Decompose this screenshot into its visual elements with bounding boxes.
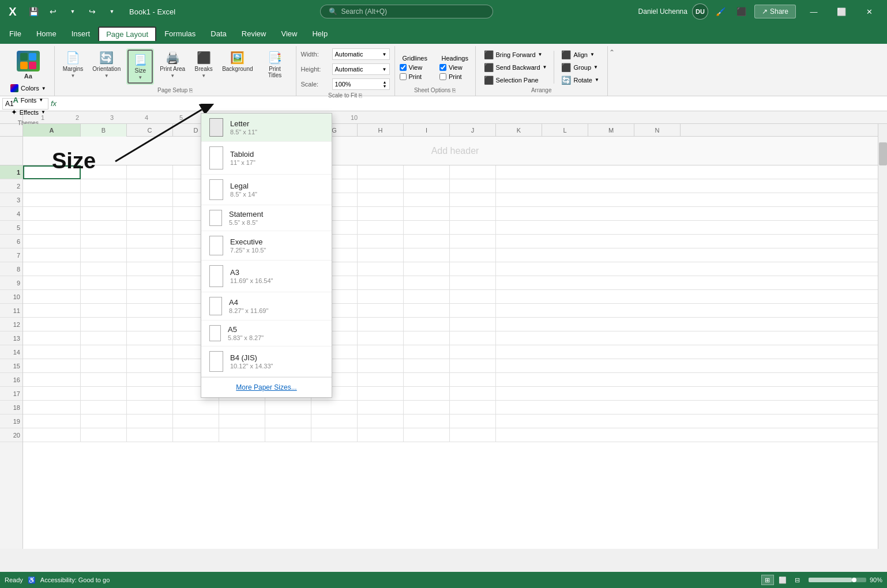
page-setup-expand-icon[interactable]: ⎘ (189, 87, 193, 93)
margins-button[interactable]: 📄 Margins ▼ (59, 48, 87, 81)
save-icon[interactable]: 💾 (25, 3, 42, 20)
cell-b1[interactable] (81, 165, 127, 179)
paper-icon-tabloid (209, 146, 223, 169)
bring-forward-button[interactable]: ⬛ Bring Forward ▼ (480, 49, 551, 61)
user-avatar[interactable]: DU (692, 3, 708, 20)
col-header-J[interactable]: J (450, 124, 496, 137)
row-num-15: 15 (0, 359, 22, 373)
selection-pane-button[interactable]: ⬛ Selection Pane (480, 74, 551, 86)
fullscreen-icon[interactable]: ⬛ (734, 3, 750, 20)
paper-item-legal[interactable]: Legal 8.5" x 14" (201, 175, 332, 205)
excel-icon[interactable]: X (5, 3, 21, 20)
menu-file[interactable]: File (2, 27, 28, 40)
restore-button[interactable]: ⬜ (828, 2, 855, 21)
paper-item-executive[interactable]: Executive 7.25" x 10.5" (201, 231, 332, 261)
cell-c1[interactable] (127, 165, 173, 179)
menu-help[interactable]: Help (305, 27, 334, 40)
size-dropdown-icon: ▼ (138, 75, 142, 80)
themes-button[interactable]: Aa (14, 48, 42, 82)
share-button[interactable]: ↗ Share (754, 5, 796, 18)
page-break-view-icon[interactable]: ⊟ (791, 575, 804, 585)
scale-expand-icon[interactable]: ⎘ (359, 92, 362, 99)
col-header-H[interactable]: H (358, 124, 404, 137)
cell-j1[interactable] (450, 165, 496, 179)
cell-i1[interactable] (404, 165, 450, 179)
col-header-I[interactable]: I (404, 124, 450, 137)
search-placeholder: Search (Alt+Q) (341, 7, 387, 16)
zoom-level[interactable]: 90% (870, 576, 882, 583)
align-button[interactable]: ⬛ Align ▼ (558, 49, 602, 61)
undo-icon[interactable]: ↩ (45, 3, 61, 20)
effects-button[interactable]: ✦ Effects ▼ (9, 107, 48, 118)
paint-icon[interactable]: 🖌️ (713, 3, 729, 20)
print-area-button[interactable]: 🖨️ Print Area ▼ (156, 48, 189, 81)
paper-item-statement[interactable]: Statement 5.5" x 8.5" (201, 205, 332, 231)
col-header-A[interactable]: A (23, 124, 81, 137)
table-row (23, 359, 887, 373)
scrollbar-thumb[interactable] (879, 142, 887, 165)
gridlines-print-checkbox[interactable] (400, 73, 407, 80)
more-sizes-link[interactable]: More Paper Sizes... (201, 377, 332, 397)
background-button[interactable]: 🖼️ Background (219, 48, 256, 74)
zoom-slider[interactable] (809, 578, 866, 582)
row-num-19: 19 (0, 414, 22, 428)
headings-print-checkbox[interactable] (439, 73, 446, 80)
col-header-N[interactable]: N (634, 124, 681, 137)
cell-h1[interactable] (358, 165, 404, 179)
formula-input[interactable] (59, 100, 885, 108)
col-header-C[interactable]: C (127, 124, 173, 137)
ribbon-collapse-btn[interactable]: ⌃ (608, 46, 616, 96)
cell-a2[interactable] (23, 179, 81, 193)
fonts-button[interactable]: A Fonts ▼ (10, 95, 46, 105)
col-header-L[interactable]: L (542, 124, 588, 137)
rotate-button[interactable]: 🔄 Rotate ▼ (558, 74, 602, 86)
align-dropdown: ▼ (590, 52, 595, 57)
paper-item-a5[interactable]: A5 5.83" x 8.27" (201, 321, 332, 346)
table-row (23, 318, 887, 331)
scale-spinner[interactable]: ▲ ▼ (383, 80, 387, 88)
col-header-B[interactable]: B (81, 124, 127, 137)
menu-view[interactable]: View (274, 27, 304, 40)
paper-item-a3[interactable]: A3 11.69" x 16.54" (201, 261, 332, 292)
cell-a1[interactable] (23, 165, 81, 179)
height-input[interactable]: Automatic ▼ (332, 63, 390, 75)
dropdown-scroll[interactable]: Letter 8.5" x 11" Tabloid 11" x 17" Lega… (201, 114, 332, 377)
menu-formulas[interactable]: Formulas (157, 27, 202, 40)
customize-icon[interactable]: ▼ (104, 3, 120, 20)
height-dropdown-icon: ▼ (382, 67, 387, 72)
ruler-num-3: 3 (95, 114, 129, 121)
orientation-button[interactable]: 🔄 Orientation ▼ (89, 48, 124, 81)
width-input[interactable]: Automatic ▼ (332, 48, 390, 60)
headings-view-checkbox[interactable] (439, 64, 446, 71)
size-btn-container: 📃 Size ▼ (126, 48, 154, 85)
breaks-button[interactable]: ⬛ Breaks ▼ (191, 48, 216, 81)
send-backward-button[interactable]: ⬛ Send Backward ▼ (480, 62, 551, 73)
vertical-scrollbar[interactable] (878, 124, 887, 549)
paper-item-a4[interactable]: A4 8.27" x 11.69" (201, 292, 332, 321)
menu-page-layout[interactable]: Page Layout (98, 27, 156, 41)
col-header-M[interactable]: M (588, 124, 634, 137)
normal-view-icon[interactable]: ⊞ (761, 575, 774, 585)
row-num-1: 1 (0, 165, 22, 179)
search-box[interactable]: 🔍 Search (Alt+Q) (320, 5, 493, 18)
menu-insert[interactable]: Insert (65, 27, 97, 40)
size-button[interactable]: 📃 Size ▼ (127, 50, 153, 84)
minimize-button[interactable]: — (800, 2, 827, 21)
menu-data[interactable]: Data (204, 27, 233, 40)
scale-input[interactable]: 100% ▲ ▼ (332, 78, 390, 90)
group-button[interactable]: ⬛ Group ▼ (558, 62, 602, 73)
page-layout-view-icon[interactable]: ⬜ (776, 575, 789, 585)
close-button[interactable]: ✕ (856, 2, 882, 21)
print-titles-button[interactable]: 📑 Print Titles (259, 48, 291, 81)
paper-item-tabloid[interactable]: Tabloid 11" x 17" (201, 142, 332, 175)
col-header-K[interactable]: K (496, 124, 542, 137)
undo-dropdown-icon[interactable]: ▼ (65, 3, 81, 20)
menu-home[interactable]: Home (29, 27, 63, 40)
sheet-options-expand-icon[interactable]: ⎘ (452, 87, 456, 93)
colors-button[interactable]: Colors ▼ (8, 83, 48, 93)
redo-icon[interactable]: ↪ (84, 3, 100, 20)
menu-review[interactable]: Review (235, 27, 273, 40)
gridlines-view-checkbox[interactable] (400, 64, 407, 71)
paper-item-letter[interactable]: Letter 8.5" x 11" (201, 114, 332, 142)
paper-item-b4jis[interactable]: B4 (JIS) 10.12" x 14.33" (201, 346, 332, 377)
